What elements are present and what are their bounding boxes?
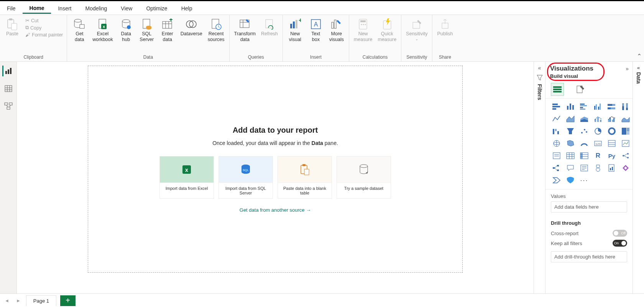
more-visuals-button[interactable]: More visuals xyxy=(327,17,347,43)
vis-kpi[interactable] xyxy=(620,138,631,148)
keep-filters-toggle[interactable]: On xyxy=(613,240,627,247)
recent-sources-button[interactable]: Recent sources xyxy=(205,17,227,43)
card-import-excel[interactable]: x Import data from Excel xyxy=(159,156,214,199)
card-import-sql[interactable]: SQL Import data from SQL Server xyxy=(219,156,273,199)
new-visual-button[interactable]: + New visual xyxy=(285,17,305,43)
get-data-button[interactable]: Get data xyxy=(69,17,89,43)
table-view-button[interactable] xyxy=(3,83,14,94)
vis-decomposition[interactable] xyxy=(551,163,562,173)
vis-r[interactable]: R xyxy=(592,151,604,161)
refresh-button[interactable]: Refresh xyxy=(259,17,280,38)
ribbon-group-label-sens: Sensitivity xyxy=(404,54,430,61)
sql-server-button[interactable]: SQL Server xyxy=(137,17,157,43)
menu-home[interactable]: Home xyxy=(23,3,51,14)
enter-data-button[interactable]: Enter data xyxy=(158,17,177,43)
new-measure-button[interactable]: New measure xyxy=(352,17,375,43)
vis-stacked-bar[interactable] xyxy=(551,102,562,112)
add-page-button[interactable]: + xyxy=(60,295,76,306)
menu-insert[interactable]: Insert xyxy=(51,3,78,14)
vis-filled-map[interactable] xyxy=(565,138,576,148)
text-box-button[interactable]: A Text box xyxy=(306,17,326,43)
model-view-button[interactable] xyxy=(3,101,14,112)
values-label: Values xyxy=(551,193,627,199)
vis-clustered-bar[interactable] xyxy=(578,102,590,112)
quick-measure-button[interactable]: Quick measure xyxy=(375,17,399,43)
vis-ribbon[interactable] xyxy=(620,114,631,124)
vis-more[interactable]: ··· xyxy=(578,175,590,185)
transform-data-button[interactable]: Transform data xyxy=(232,17,258,43)
vis-table[interactable] xyxy=(565,151,576,161)
format-painter-button[interactable]: 🖌 Format painter xyxy=(24,32,64,38)
next-page-button[interactable]: ► xyxy=(15,298,22,303)
vis-100-stacked-bar[interactable] xyxy=(606,102,618,112)
vis-line-clustered-column[interactable] xyxy=(606,114,618,124)
format-tab[interactable] xyxy=(574,83,587,96)
report-view-button[interactable] xyxy=(2,66,13,76)
data-expand-button[interactable]: « xyxy=(637,65,640,71)
report-canvas[interactable]: Add data to your report Once loaded, you… xyxy=(88,66,463,273)
page-tab-1[interactable]: Page 1 xyxy=(26,295,56,306)
vis-multi-row-card[interactable] xyxy=(606,138,618,148)
drillthrough-dropzone[interactable]: Add drill-through fields here xyxy=(551,251,627,262)
sensitivity-button[interactable]: Sensitivity ⌄ xyxy=(404,17,430,42)
vis-qa[interactable] xyxy=(565,163,576,173)
copy-button[interactable]: ⧉ Copy xyxy=(24,25,64,31)
card-paste-data[interactable]: Paste data into a blank table xyxy=(278,156,332,199)
vis-clustered-column[interactable] xyxy=(592,102,604,112)
vis-pie[interactable] xyxy=(592,126,604,136)
svg-point-18 xyxy=(186,21,193,28)
svg-text:SQL: SQL xyxy=(243,168,249,172)
vis-azure-map[interactable] xyxy=(565,175,576,185)
vis-funnel[interactable] xyxy=(565,126,576,136)
filters-expand-button[interactable]: « xyxy=(538,65,541,71)
vis-power-apps[interactable] xyxy=(620,163,631,173)
vis-100-stacked-column[interactable] xyxy=(620,102,631,112)
cut-button[interactable]: ✂ Cut xyxy=(24,17,64,24)
card-sample-dataset[interactable]: Try a sample dataset xyxy=(337,156,391,199)
get-data-another-source-link[interactable]: Get data from another source → xyxy=(240,207,311,213)
vis-waterfall[interactable] xyxy=(551,126,562,136)
vis-scatter[interactable] xyxy=(578,126,590,136)
svg-point-103 xyxy=(581,132,583,133)
menu-help[interactable]: Help xyxy=(174,3,199,14)
vis-expand-button[interactable]: » xyxy=(626,66,629,72)
vis-line[interactable] xyxy=(551,114,562,124)
menu-modeling[interactable]: Modeling xyxy=(78,3,114,14)
cross-report-toggle[interactable]: Off xyxy=(613,230,627,237)
dataverse-button[interactable]: Dataverse xyxy=(178,17,205,38)
vis-power-automate[interactable] xyxy=(551,175,562,185)
prev-page-button[interactable]: ◄ xyxy=(3,298,11,303)
vis-goals[interactable] xyxy=(592,163,604,173)
vis-area[interactable] xyxy=(565,114,576,124)
svg-rect-60 xyxy=(302,164,306,166)
vis-narrative[interactable] xyxy=(578,163,590,173)
menu-optimize[interactable]: Optimize xyxy=(139,3,174,14)
vis-python[interactable]: Py xyxy=(606,151,618,161)
vis-stacked-column[interactable] xyxy=(565,102,576,112)
vis-card[interactable]: 123 xyxy=(592,138,604,148)
vis-treemap[interactable] xyxy=(620,126,631,136)
ribbon-collapse-button[interactable]: ⌃ xyxy=(637,53,642,60)
vis-line-stacked-column[interactable] xyxy=(592,114,604,124)
vis-gauge[interactable] xyxy=(578,138,590,148)
toggle-on-text: On xyxy=(614,241,619,245)
toggle-off-text: Off xyxy=(621,231,626,235)
publish-button[interactable]: Publish xyxy=(435,17,455,38)
vis-paginated[interactable] xyxy=(606,163,618,173)
quick-measure-label: Quick measure xyxy=(378,31,396,43)
hub-icon xyxy=(120,18,132,30)
menu-file[interactable]: File xyxy=(0,3,23,14)
menu-view[interactable]: View xyxy=(114,3,139,14)
vis-stacked-area[interactable] xyxy=(578,114,590,124)
ribbon-group-label-insert: Insert xyxy=(285,54,347,61)
paste-button[interactable]: Paste xyxy=(2,17,22,38)
vis-key-influencers[interactable] xyxy=(620,151,631,161)
data-hub-button[interactable]: Data hub xyxy=(116,17,136,43)
vis-donut[interactable] xyxy=(606,126,618,136)
values-dropzone[interactable]: Add data fields here xyxy=(551,201,627,212)
vis-matrix[interactable] xyxy=(578,151,590,161)
excel-workbook-button[interactable]: x Excel workbook xyxy=(90,17,115,43)
build-tab[interactable] xyxy=(551,83,564,96)
vis-slicer[interactable] xyxy=(551,151,562,161)
vis-map[interactable] xyxy=(551,138,562,148)
